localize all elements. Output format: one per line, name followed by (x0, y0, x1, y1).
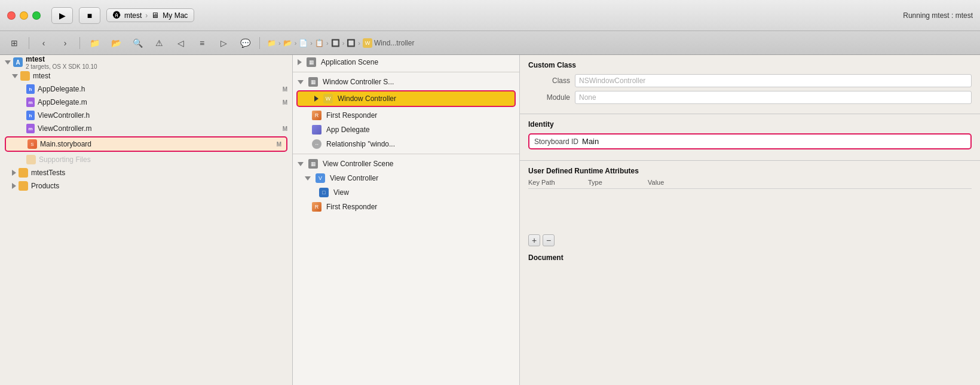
add-attribute-button[interactable]: + (528, 234, 540, 246)
scene-label-window-controller: Window Controller (338, 94, 396, 103)
nav-item-viewcontroller-m[interactable]: m ViewController.m M (0, 122, 292, 135)
remove-attribute-button[interactable]: − (543, 234, 555, 246)
col-value: Value (648, 179, 696, 186)
scheme-icon: 🅐 (113, 11, 121, 20)
nav-item-mtest-folder[interactable]: mtest (0, 69, 292, 82)
nav-icon-3[interactable]: 🔍 (128, 35, 147, 51)
status-text: Running mtest : mtest (903, 11, 973, 20)
breadcrumb-item-1[interactable]: 📁 (267, 39, 276, 47)
scene-label-view: View (333, 188, 349, 197)
scene-label-wcs: Window Controller S... (323, 78, 394, 86)
play-button[interactable]: ▶ (51, 7, 73, 24)
maximize-button[interactable] (32, 11, 41, 20)
scheme-name: mtest (124, 11, 142, 20)
scene-first-responder-2[interactable]: R First Responder (293, 200, 519, 214)
traffic-lights (7, 11, 41, 20)
class-row: Class (528, 74, 972, 87)
scene-view-controller[interactable]: V View Controller (293, 171, 519, 185)
nav-icon-4[interactable]: ⚠ (149, 35, 169, 51)
scheme-dest-icon: 🖥 (151, 11, 159, 20)
nav-icon-7[interactable]: ▷ (214, 35, 233, 51)
titlebar: ▶ ■ 🅐 mtest › 🖥 My Mac Running mtest : m… (0, 0, 980, 31)
identity-title: Identity (528, 120, 972, 129)
nav-icon-1[interactable]: 📁 (85, 35, 104, 51)
grid-view-button[interactable]: ⊞ (5, 35, 24, 51)
storyboard-icon: S (27, 139, 37, 149)
col-type: Type (588, 179, 636, 186)
forward-button[interactable]: › (56, 35, 75, 51)
storyboard-outline: ▦ Application Scene ▦ Window Controller … (293, 55, 520, 385)
document-title: Document (520, 250, 980, 265)
scene-label-view-controller: View Controller (330, 174, 378, 182)
storyboard-id-field[interactable] (582, 137, 966, 146)
module-field[interactable] (575, 91, 972, 104)
scene-application[interactable]: ▦ Application Scene (293, 55, 519, 69)
custom-class-section: Custom Class Class Module (520, 55, 980, 114)
nav-item-supporting-files[interactable]: Supporting Files (0, 153, 292, 166)
class-field[interactable] (575, 74, 972, 87)
col-key-path: Key Path (528, 179, 576, 186)
scene-label-first-responder-1: First Responder (326, 111, 377, 120)
back-button[interactable]: ‹ (34, 35, 53, 51)
toolbar-divider-3 (259, 37, 260, 49)
scene-expand-icon (298, 59, 302, 65)
folder-collapse-icon (12, 74, 18, 78)
inspector-panel: Custom Class Class Module Identity Story… (520, 55, 980, 385)
class-label: Class (528, 77, 570, 85)
breadcrumb-item-3[interactable]: 📄 (299, 39, 308, 47)
scene-collapse-icon (298, 80, 304, 84)
scene-label-first-responder-2: First Responder (326, 203, 377, 211)
close-button[interactable] (7, 11, 16, 20)
identity-section: Identity Storyboard ID (520, 114, 980, 160)
nav-icon-5[interactable]: ◁ (171, 35, 190, 51)
scheme-dest: My Mac (163, 11, 188, 20)
main-content: A mtest 2 targets, OS X SDK 10.10 mtest … (0, 55, 980, 385)
user-defined-section: User Defined Runtime Attributes Key Path… (520, 160, 980, 195)
module-label: Module (528, 93, 570, 102)
storyboard-id-row: Storyboard ID (528, 133, 972, 149)
nav-icon-2[interactable]: 📂 (106, 35, 125, 51)
folder-icon-2 (26, 155, 36, 164)
project-icon: A (13, 57, 23, 67)
view-icon: □ (319, 188, 329, 197)
custom-class-title: Custom Class (528, 61, 972, 69)
nav-item-viewcontroller-h[interactable]: h ViewController.h (0, 109, 292, 122)
nav-item-appdelegate-m[interactable]: m AppDelegate.m M (0, 96, 292, 109)
nav-item-main-storyboard[interactable]: S Main.storyboard M (6, 138, 286, 151)
window-controller-scene-icon: W (323, 94, 333, 103)
storyboard-id-label: Storyboard ID (534, 138, 578, 146)
scene-icon-app: ▦ (307, 57, 316, 67)
scene-view-controller-scene[interactable]: ▦ View Controller Scene (293, 157, 519, 171)
scheme-selector[interactable]: 🅐 mtest › 🖥 My Mac (106, 8, 194, 22)
user-defined-headers: Key Path Type Value (528, 179, 972, 189)
scene-divider-2 (293, 154, 519, 154)
nav-icon-6[interactable]: ≡ (192, 35, 212, 51)
folder-expand-icon-2 (12, 183, 16, 189)
toolbar-divider (29, 37, 29, 49)
scene-first-responder-1[interactable]: R First Responder (293, 108, 519, 123)
scene-window-controller[interactable]: W Window Controller (298, 91, 514, 106)
breadcrumb-item-wind[interactable]: W Wind...troller (363, 38, 414, 48)
nav-icon-8[interactable]: 💬 (235, 35, 255, 51)
project-root[interactable]: A mtest 2 targets, OS X SDK 10.10 (0, 55, 292, 69)
folder-icon (20, 71, 30, 81)
scene-window-controller-scene[interactable]: ▦ Window Controller S... (293, 75, 519, 89)
app-delegate-icon (312, 125, 321, 135)
scene-app-delegate[interactable]: App Delegate (293, 123, 519, 137)
nav-item-appdelegate-h[interactable]: h AppDelegate.h M (0, 82, 292, 96)
nav-item-products[interactable]: Products (0, 179, 292, 192)
file-navigator: A mtest 2 targets, OS X SDK 10.10 mtest … (0, 55, 293, 385)
scene-view[interactable]: □ View (293, 185, 519, 200)
user-defined-title: User Defined Runtime Attributes (528, 167, 972, 175)
breadcrumb-item-6[interactable]: 🔲 (347, 39, 356, 47)
nav-item-mtesttests[interactable]: mtestTests (0, 166, 292, 179)
minimize-button[interactable] (20, 11, 28, 20)
breadcrumb-item-2[interactable]: 📂 (283, 39, 292, 47)
m-file-icon-2: m (26, 124, 35, 133)
project-name: mtest (26, 55, 97, 63)
breadcrumb-item-4[interactable]: 📋 (315, 39, 324, 47)
scene-relationship[interactable]: ↔ Relationship "windo... (293, 137, 519, 151)
breadcrumb-item-5[interactable]: 🔲 (331, 39, 340, 47)
m-file-icon: m (26, 97, 35, 107)
stop-button[interactable]: ■ (79, 7, 100, 24)
